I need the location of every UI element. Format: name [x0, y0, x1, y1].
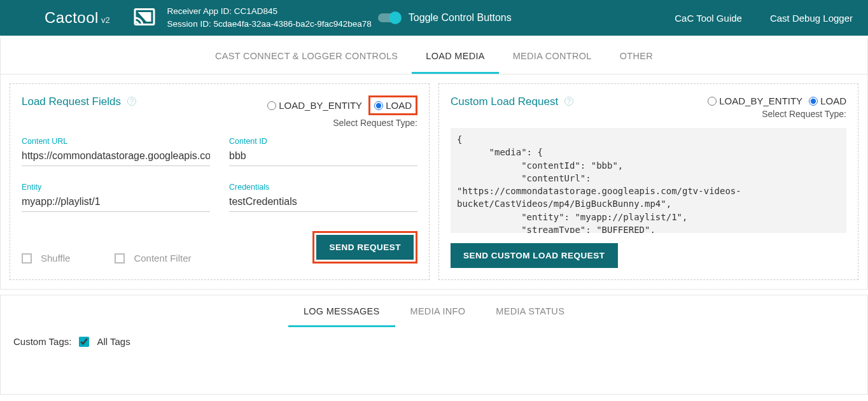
custom-load-panel: Custom Load Request ? LOAD_BY_ENTITY LOA…	[438, 83, 858, 280]
cast-debug-logger-link[interactable]: Cast Debug Logger	[770, 13, 853, 24]
logo-version: v2	[101, 15, 110, 25]
tab-media-status[interactable]: MEDIA STATUS	[480, 295, 580, 327]
select-request-type-label: Select Request Type:	[267, 118, 417, 128]
custom-select-request-type-label: Select Request Type:	[708, 109, 846, 119]
session-id-label: Session ID:	[167, 19, 211, 29]
radio-load-by-entity-label: LOAD_BY_ENTITY	[279, 100, 362, 111]
send-custom-load-request-button[interactable]: SEND CUSTOM LOAD REQUEST	[451, 243, 618, 268]
content-url-input[interactable]	[22, 148, 210, 166]
shuffle-label: Shuffle	[41, 253, 70, 264]
content-id-label: Content ID	[229, 137, 417, 146]
custom-tags-row: Custom Tags: All Tags	[1, 327, 867, 356]
credentials-label: Credentials	[229, 183, 417, 192]
toggle-switch-icon	[378, 13, 400, 22]
receiver-id: CC1AD845	[234, 6, 277, 16]
radio-load-label: LOAD	[386, 100, 412, 111]
radio-load[interactable]	[374, 101, 383, 110]
load-request-title: Load Request Fields	[22, 95, 121, 108]
custom-radio-load-by-entity-label: LOAD_BY_ENTITY	[719, 95, 802, 106]
log-panel: LOG MESSAGES MEDIA INFO MEDIA STATUS Cus…	[0, 295, 868, 395]
checkbox-icon	[115, 253, 125, 264]
session-id: 5cdae4fa-32aa-4386-ba2c-9fac942bea78	[213, 19, 371, 29]
send-request-highlight: SEND REQUEST	[312, 231, 417, 264]
custom-radio-load[interactable]	[809, 97, 818, 106]
app-header: Cactool v2 Receiver App ID: CC1AD845 Ses…	[0, 0, 868, 36]
logo: Cactool v2	[45, 9, 110, 27]
help-icon[interactable]: ?	[564, 97, 573, 106]
logo-text: Cactool	[45, 9, 99, 27]
cac-tool-guide-link[interactable]: CaC Tool Guide	[675, 13, 742, 24]
custom-radio-load-by-entity[interactable]	[708, 97, 717, 106]
custom-load-json-textarea[interactable]: { "media": { "contentId": "bbb", "conten…	[451, 128, 846, 233]
toggle-label: Toggle Control Buttons	[409, 12, 512, 24]
content-url-label: Content URL	[22, 137, 210, 146]
help-icon[interactable]: ?	[127, 97, 136, 106]
custom-tags-label: Custom Tags:	[13, 336, 71, 347]
custom-load-title: Custom Load Request	[451, 95, 558, 108]
tab-media-info[interactable]: MEDIA INFO	[395, 295, 481, 327]
custom-radio-load-label: LOAD	[820, 95, 846, 106]
content-filter-label: Content Filter	[134, 253, 191, 264]
shuffle-checkbox[interactable]: Shuffle	[22, 253, 70, 264]
content-filter-checkbox[interactable]: Content Filter	[115, 253, 191, 264]
radio-load-by-entity[interactable]	[267, 101, 276, 110]
checkbox-icon	[22, 253, 32, 264]
all-tags-checkbox[interactable]	[79, 337, 89, 347]
tab-log-messages[interactable]: LOG MESSAGES	[288, 295, 395, 327]
credentials-input[interactable]	[229, 193, 417, 212]
tab-load-media[interactable]: LOAD MEDIA	[412, 38, 498, 74]
main-panel: CAST CONNECT & LOGGER CONTROLS LOAD MEDI…	[0, 38, 868, 290]
send-request-button[interactable]: SEND REQUEST	[316, 235, 414, 260]
tab-cast-connect[interactable]: CAST CONNECT & LOGGER CONTROLS	[201, 38, 412, 74]
all-tags-label: All Tags	[97, 336, 130, 347]
session-info: Receiver App ID: CC1AD845 Session ID: 5c…	[167, 5, 372, 31]
content-id-input[interactable]	[229, 148, 417, 166]
toggle-control-buttons[interactable]: Toggle Control Buttons	[378, 12, 512, 24]
entity-label: Entity	[22, 183, 210, 192]
load-highlight-box: LOAD	[368, 95, 417, 115]
entity-input[interactable]	[22, 193, 210, 212]
receiver-id-label: Receiver App ID:	[167, 6, 232, 16]
tab-other[interactable]: OTHER	[606, 38, 667, 74]
load-request-panel: Load Request Fields ? LOAD_BY_ENTITY LOA…	[10, 83, 430, 280]
log-tabs: LOG MESSAGES MEDIA INFO MEDIA STATUS	[1, 295, 867, 327]
main-tabs: CAST CONNECT & LOGGER CONTROLS LOAD MEDI…	[1, 38, 867, 74]
cast-icon[interactable]	[130, 6, 158, 29]
tab-media-control[interactable]: MEDIA CONTROL	[499, 38, 606, 74]
